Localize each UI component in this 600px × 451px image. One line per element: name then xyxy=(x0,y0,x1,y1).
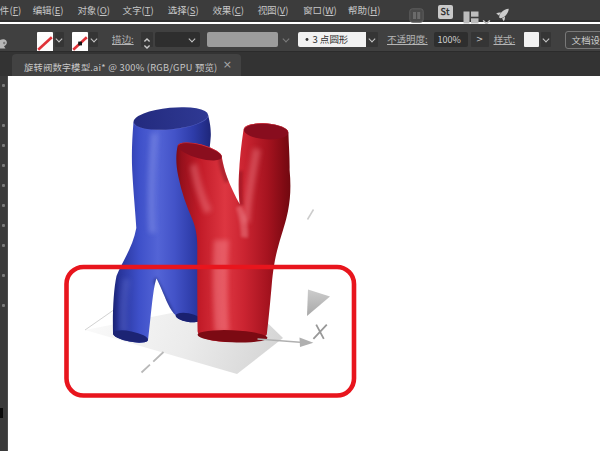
brush-definition-label: 3 点圆形 xyxy=(313,32,349,47)
width-profile-chevron-icon[interactable] xyxy=(281,32,290,47)
tab-close-icon[interactable]: × xyxy=(223,58,232,71)
document-setup-label: 文档设置 xyxy=(572,32,600,48)
workspace-switcher-icon[interactable] xyxy=(463,5,479,18)
tool-icon-edge xyxy=(2,204,5,207)
tool-icon-edge xyxy=(2,144,5,147)
tool-icon-edge xyxy=(2,184,5,187)
menu-item[interactable]: 效果(C) xyxy=(213,4,245,19)
menu-item-label: 文件( xyxy=(0,3,13,17)
chevron-down-icon xyxy=(188,35,195,42)
tab-bar: 旋转阀数字模型.ai* @ 300% (RGB/GPU 预览) × xyxy=(0,52,600,76)
stroke-weight-dropdown[interactable] xyxy=(155,32,200,47)
width-profile-dropdown[interactable] xyxy=(207,32,278,47)
opacity-label[interactable]: 不透明度: xyxy=(387,32,428,47)
menu-item-label: ) xyxy=(195,3,198,17)
menu-item-label: 编辑( xyxy=(33,3,55,17)
menu-item[interactable]: 帮助(H) xyxy=(348,4,380,19)
tool-color-chip xyxy=(0,408,3,418)
menu-item-label: ) xyxy=(60,3,63,17)
menu-item[interactable]: 文件(F) xyxy=(0,4,21,19)
tool-icon-edge xyxy=(2,304,5,307)
tool-icon-edge xyxy=(2,224,5,227)
menu-item-mnemonic: O xyxy=(100,3,107,17)
menu-item[interactable]: 选择(S) xyxy=(168,4,199,19)
menu-item-mnemonic: W xyxy=(325,3,333,17)
menu-item-label: ) xyxy=(241,3,244,17)
opacity-more-glyph: > xyxy=(476,35,483,44)
menu-item-label: 文字( xyxy=(123,3,145,17)
opacity-input[interactable]: 100% xyxy=(434,32,469,47)
brush-definition-dropdown[interactable]: 3 点圆形 xyxy=(298,32,366,47)
control-bar: 描边: 3 点圆形 不透明度: 100% > 样式: 文档设置 xyxy=(0,24,600,52)
tools-panel-edge xyxy=(0,76,8,451)
style-label[interactable]: 样式: xyxy=(494,32,516,47)
fill-color-chevron-icon[interactable] xyxy=(55,32,64,47)
opacity-value: 100% xyxy=(438,32,461,47)
menu-item-label: ) xyxy=(18,3,21,17)
menu-bar: 文件(F) 编辑(E) 对象(O) 文字(T) 选择(S) 效果(C) 视图(V… xyxy=(0,0,600,22)
share-rocket-icon[interactable] xyxy=(495,3,512,19)
stroke-color-swatch[interactable] xyxy=(72,32,88,47)
tool-icon-edge xyxy=(2,164,5,167)
document-setup-button[interactable]: 文档设置 xyxy=(565,31,600,49)
canvas-artboard[interactable] xyxy=(0,76,600,451)
control-left-partial-icon xyxy=(0,32,11,47)
tool-icon-edge xyxy=(2,244,5,247)
menu-item-label: 窗口( xyxy=(303,3,325,17)
fill-color-swatch[interactable] xyxy=(37,32,53,47)
chevron-down-icon xyxy=(282,35,289,42)
opacity-more-button[interactable]: > xyxy=(471,32,489,47)
brush-chevron-icon[interactable] xyxy=(366,32,378,47)
menu-item-label: 帮助( xyxy=(348,3,370,17)
app-home-icon[interactable] xyxy=(409,4,424,19)
tool-icon-edge xyxy=(2,124,5,127)
menu-item-label: ) xyxy=(334,3,337,17)
stroke-color-chevron-icon[interactable] xyxy=(89,32,98,47)
menu-item[interactable]: 视图(V) xyxy=(258,4,289,19)
menu-item[interactable]: 窗口(W) xyxy=(303,4,337,19)
stroke-weight-stepper[interactable] xyxy=(141,32,153,47)
tool-icon-edge xyxy=(2,274,5,277)
menu-item-label: ) xyxy=(377,3,380,17)
style-chevron-icon[interactable] xyxy=(541,32,552,47)
style-swatch[interactable] xyxy=(524,32,540,47)
menu-item-label: 对象( xyxy=(78,3,100,17)
chevron-down-icon xyxy=(542,35,549,42)
menu-item-label: ) xyxy=(285,3,288,17)
document-tab[interactable]: 旋转阀数字模型.ai* @ 300% (RGB/GPU 预览) × xyxy=(12,54,241,76)
menu-item-label: 效果( xyxy=(213,3,235,17)
menu-item-label: ) xyxy=(150,3,153,17)
document-tab-title: 旋转阀数字模型.ai* @ 300% (RGB/GPU 预览) xyxy=(24,60,217,74)
stroke-weight-label[interactable]: 描边: xyxy=(112,32,134,47)
adobe-stock-label: St xyxy=(441,7,450,16)
menu-item[interactable]: 编辑(E) xyxy=(33,4,64,19)
workspace-chevron-down-icon[interactable] xyxy=(482,7,491,14)
tool-icon-edge xyxy=(2,84,5,87)
menu-item-label: ) xyxy=(107,3,110,17)
chevron-down-icon xyxy=(90,35,97,42)
menu-item-label: 选择( xyxy=(168,3,190,17)
menu-item[interactable]: 对象(O) xyxy=(78,4,111,19)
chevron-down-icon xyxy=(368,35,375,42)
chevron-down-icon xyxy=(55,35,62,42)
adobe-stock-badge[interactable]: St xyxy=(438,5,453,19)
menu-item-label: 视图( xyxy=(258,3,280,17)
menu-item[interactable]: 文字(T) xyxy=(123,4,154,19)
